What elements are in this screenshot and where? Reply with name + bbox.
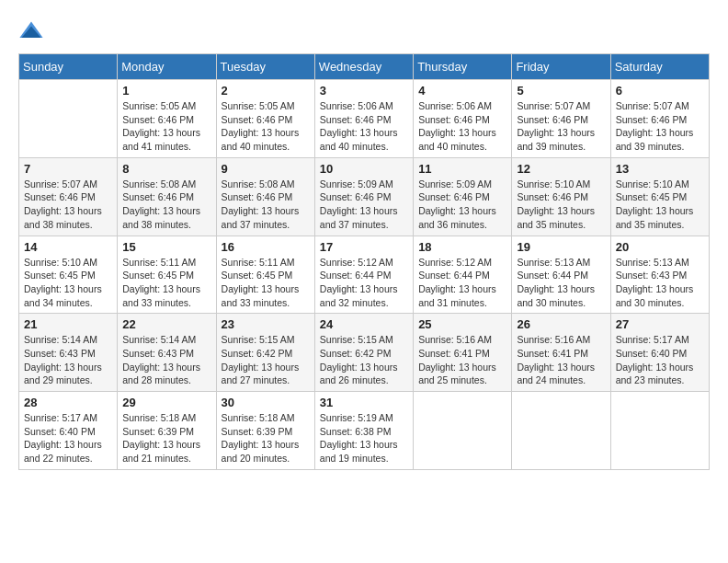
day-info: Sunrise: 5:12 AM Sunset: 6:44 PM Dayligh… xyxy=(418,256,506,310)
calendar-cell: 24Sunrise: 5:15 AM Sunset: 6:42 PM Dayli… xyxy=(314,314,413,392)
day-info: Sunrise: 5:13 AM Sunset: 6:44 PM Dayligh… xyxy=(517,256,605,310)
day-info: Sunrise: 5:14 AM Sunset: 6:43 PM Dayligh… xyxy=(122,333,210,387)
day-number: 20 xyxy=(616,240,704,254)
calendar-cell: 6Sunrise: 5:07 AM Sunset: 6:46 PM Daylig… xyxy=(610,80,709,158)
calendar-cell xyxy=(414,392,512,470)
day-info: Sunrise: 5:07 AM Sunset: 6:46 PM Dayligh… xyxy=(517,99,605,154)
calendar-cell xyxy=(610,392,709,470)
day-number: 19 xyxy=(517,240,605,254)
weekday-friday: Friday xyxy=(512,54,610,80)
day-info: Sunrise: 5:12 AM Sunset: 6:44 PM Dayligh… xyxy=(320,256,408,310)
calendar-cell: 30Sunrise: 5:18 AM Sunset: 6:39 PM Dayli… xyxy=(216,392,314,470)
day-number: 12 xyxy=(517,162,605,176)
day-number: 11 xyxy=(418,162,506,176)
weekday-monday: Monday xyxy=(118,54,216,80)
weekday-header-row: SundayMondayTuesdayWednesdayThursdayFrid… xyxy=(19,54,710,80)
day-number: 6 xyxy=(616,84,704,98)
calendar-cell: 5Sunrise: 5:07 AM Sunset: 6:46 PM Daylig… xyxy=(512,80,610,158)
calendar-cell: 9Sunrise: 5:08 AM Sunset: 6:46 PM Daylig… xyxy=(216,157,314,236)
day-info: Sunrise: 5:10 AM Sunset: 6:45 PM Dayligh… xyxy=(24,256,112,310)
weekday-tuesday: Tuesday xyxy=(216,54,314,80)
calendar-cell: 7Sunrise: 5:07 AM Sunset: 6:46 PM Daylig… xyxy=(19,157,118,236)
calendar-cell: 16Sunrise: 5:11 AM Sunset: 6:45 PM Dayli… xyxy=(216,236,314,314)
day-number: 30 xyxy=(222,396,310,409)
calendar-cell: 27Sunrise: 5:17 AM Sunset: 6:40 PM Dayli… xyxy=(610,314,709,392)
day-info: Sunrise: 5:11 AM Sunset: 6:45 PM Dayligh… xyxy=(222,256,310,310)
day-number: 29 xyxy=(122,396,210,409)
calendar-cell: 11Sunrise: 5:09 AM Sunset: 6:46 PM Dayli… xyxy=(414,157,512,236)
day-number: 3 xyxy=(320,84,408,98)
day-number: 18 xyxy=(418,240,506,254)
day-number: 21 xyxy=(24,317,112,331)
calendar-cell: 15Sunrise: 5:11 AM Sunset: 6:45 PM Dayli… xyxy=(118,236,216,314)
day-info: Sunrise: 5:10 AM Sunset: 6:45 PM Dayligh… xyxy=(616,178,704,232)
calendar-cell: 13Sunrise: 5:10 AM Sunset: 6:45 PM Dayli… xyxy=(610,157,709,236)
day-info: Sunrise: 5:08 AM Sunset: 6:46 PM Dayligh… xyxy=(122,178,210,232)
calendar-cell: 20Sunrise: 5:13 AM Sunset: 6:43 PM Dayli… xyxy=(610,236,709,314)
day-number: 23 xyxy=(222,317,310,331)
calendar-cell: 19Sunrise: 5:13 AM Sunset: 6:44 PM Dayli… xyxy=(512,236,610,314)
logo-icon xyxy=(18,18,44,44)
day-number: 7 xyxy=(24,162,112,176)
day-info: Sunrise: 5:18 AM Sunset: 6:39 PM Dayligh… xyxy=(222,411,310,465)
week-row-3: 14Sunrise: 5:10 AM Sunset: 6:45 PM Dayli… xyxy=(19,236,710,314)
calendar-cell: 4Sunrise: 5:06 AM Sunset: 6:46 PM Daylig… xyxy=(414,80,512,158)
day-info: Sunrise: 5:08 AM Sunset: 6:46 PM Dayligh… xyxy=(222,178,310,232)
calendar-cell: 21Sunrise: 5:14 AM Sunset: 6:43 PM Dayli… xyxy=(19,314,118,392)
day-number: 14 xyxy=(24,240,112,254)
day-number: 8 xyxy=(122,162,210,176)
day-number: 26 xyxy=(517,317,605,331)
logo xyxy=(18,18,46,44)
calendar-cell: 25Sunrise: 5:16 AM Sunset: 6:41 PM Dayli… xyxy=(414,314,512,392)
calendar-cell: 1Sunrise: 5:05 AM Sunset: 6:46 PM Daylig… xyxy=(118,80,216,158)
day-info: Sunrise: 5:13 AM Sunset: 6:43 PM Dayligh… xyxy=(616,256,704,310)
calendar-cell: 17Sunrise: 5:12 AM Sunset: 6:44 PM Dayli… xyxy=(314,236,413,314)
day-number: 10 xyxy=(320,162,408,176)
weekday-wednesday: Wednesday xyxy=(314,54,413,80)
day-number: 9 xyxy=(222,162,310,176)
day-info: Sunrise: 5:07 AM Sunset: 6:46 PM Dayligh… xyxy=(616,99,704,154)
day-number: 22 xyxy=(122,317,210,331)
day-info: Sunrise: 5:16 AM Sunset: 6:41 PM Dayligh… xyxy=(517,333,605,387)
day-number: 17 xyxy=(320,240,408,254)
calendar-cell: 8Sunrise: 5:08 AM Sunset: 6:46 PM Daylig… xyxy=(118,157,216,236)
day-number: 25 xyxy=(418,317,506,331)
day-number: 13 xyxy=(616,162,704,176)
day-info: Sunrise: 5:07 AM Sunset: 6:46 PM Dayligh… xyxy=(24,178,112,232)
weekday-saturday: Saturday xyxy=(610,54,709,80)
day-info: Sunrise: 5:09 AM Sunset: 6:46 PM Dayligh… xyxy=(418,178,506,232)
day-number: 16 xyxy=(222,240,310,254)
calendar-cell: 3Sunrise: 5:06 AM Sunset: 6:46 PM Daylig… xyxy=(314,80,413,158)
calendar-cell: 12Sunrise: 5:10 AM Sunset: 6:46 PM Dayli… xyxy=(512,157,610,236)
day-info: Sunrise: 5:17 AM Sunset: 6:40 PM Dayligh… xyxy=(616,333,704,387)
day-info: Sunrise: 5:14 AM Sunset: 6:43 PM Dayligh… xyxy=(24,333,112,387)
day-number: 5 xyxy=(517,84,605,98)
day-info: Sunrise: 5:18 AM Sunset: 6:39 PM Dayligh… xyxy=(122,411,210,465)
calendar-cell: 10Sunrise: 5:09 AM Sunset: 6:46 PM Dayli… xyxy=(314,157,413,236)
calendar-cell: 22Sunrise: 5:14 AM Sunset: 6:43 PM Dayli… xyxy=(118,314,216,392)
day-number: 15 xyxy=(122,240,210,254)
calendar-cell: 26Sunrise: 5:16 AM Sunset: 6:41 PM Dayli… xyxy=(512,314,610,392)
day-info: Sunrise: 5:06 AM Sunset: 6:46 PM Dayligh… xyxy=(418,99,506,154)
weekday-sunday: Sunday xyxy=(19,54,118,80)
day-info: Sunrise: 5:05 AM Sunset: 6:46 PM Dayligh… xyxy=(222,99,310,154)
day-info: Sunrise: 5:10 AM Sunset: 6:46 PM Dayligh… xyxy=(517,178,605,232)
day-number: 2 xyxy=(222,84,310,98)
calendar-cell: 18Sunrise: 5:12 AM Sunset: 6:44 PM Dayli… xyxy=(414,236,512,314)
page-header xyxy=(18,18,710,44)
week-row-4: 21Sunrise: 5:14 AM Sunset: 6:43 PM Dayli… xyxy=(19,314,710,392)
day-info: Sunrise: 5:15 AM Sunset: 6:42 PM Dayligh… xyxy=(222,333,310,387)
weekday-thursday: Thursday xyxy=(414,54,512,80)
week-row-1: 1Sunrise: 5:05 AM Sunset: 6:46 PM Daylig… xyxy=(19,80,710,158)
calendar-cell xyxy=(512,392,610,470)
day-info: Sunrise: 5:11 AM Sunset: 6:45 PM Dayligh… xyxy=(122,256,210,310)
calendar-cell: 2Sunrise: 5:05 AM Sunset: 6:46 PM Daylig… xyxy=(216,80,314,158)
calendar-cell: 23Sunrise: 5:15 AM Sunset: 6:42 PM Dayli… xyxy=(216,314,314,392)
calendar-cell: 14Sunrise: 5:10 AM Sunset: 6:45 PM Dayli… xyxy=(19,236,118,314)
day-info: Sunrise: 5:19 AM Sunset: 6:38 PM Dayligh… xyxy=(320,411,408,465)
day-info: Sunrise: 5:15 AM Sunset: 6:42 PM Dayligh… xyxy=(320,333,408,387)
day-number: 28 xyxy=(24,396,112,409)
calendar-cell: 31Sunrise: 5:19 AM Sunset: 6:38 PM Dayli… xyxy=(314,392,413,470)
day-info: Sunrise: 5:06 AM Sunset: 6:46 PM Dayligh… xyxy=(320,99,408,154)
day-number: 27 xyxy=(616,317,704,331)
